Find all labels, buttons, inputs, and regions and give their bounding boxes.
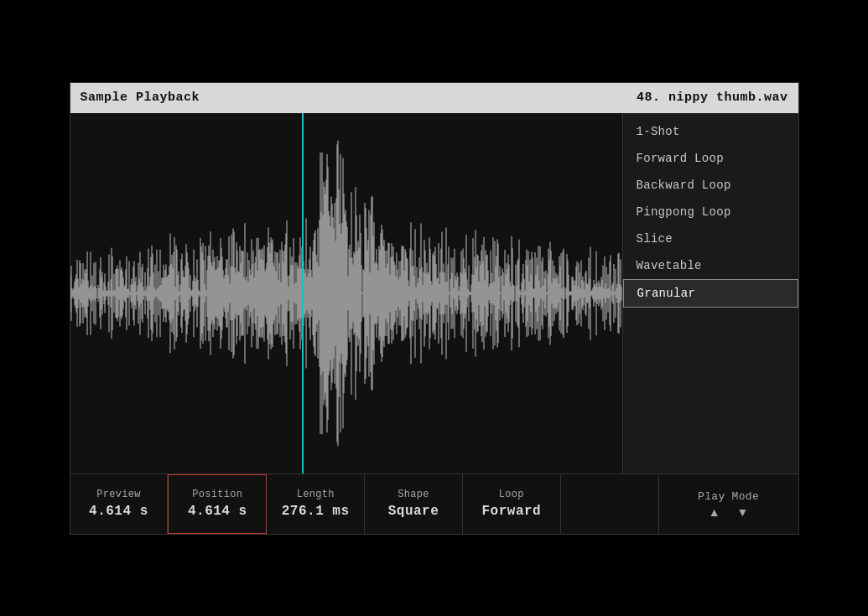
shape-value: Square [388, 504, 439, 519]
length-section: Length 276.1 ms [267, 474, 365, 534]
dropdown-item-wavetable[interactable]: Wavetable [623, 252, 798, 279]
dropdown-item-pingpong-loop[interactable]: Pingpong Loop [623, 199, 798, 225]
empty-section [561, 474, 659, 534]
play-mode-down-arrow[interactable]: ▼ [735, 506, 751, 518]
dropdown-item-slice[interactable]: Slice [623, 225, 798, 252]
length-value: 276.1 ms [282, 504, 350, 519]
content-area: 1-Shot Forward Loop Backward Loop Pingpo… [70, 113, 798, 474]
length-label: Length [297, 489, 335, 500]
position-value: 4.614 s [188, 504, 247, 519]
dropdown-item-granular[interactable]: Granular [623, 279, 798, 308]
play-mode-label: Play Mode [698, 490, 759, 503]
loop-section: Loop Forward [463, 474, 561, 534]
preview-value: 4.614 s [89, 504, 148, 519]
preview-label: Preview [96, 489, 141, 500]
file-name: 48. nippy thumb.wav [637, 91, 788, 105]
dropdown-item-forward-loop[interactable]: Forward Loop [623, 145, 798, 172]
loop-value: Forward [482, 504, 542, 519]
shape-section: Shape Square [365, 474, 463, 534]
dropdown-item-backward-loop[interactable]: Backward Loop [623, 172, 798, 199]
position-label: Position [192, 489, 242, 500]
position-section[interactable]: Position 4.614 s [168, 474, 267, 534]
title-bar: Sample Playback 48. nippy thumb.wav [70, 83, 798, 113]
waveform-canvas [70, 113, 622, 474]
footer-bar: Preview 4.614 s Position 4.614 s Length … [70, 474, 798, 534]
play-mode-up-arrow[interactable]: ▲ [707, 506, 722, 518]
shape-label: Shape [398, 489, 429, 500]
play-mode-dropdown: 1-Shot Forward Loop Backward Loop Pingpo… [622, 113, 798, 474]
playhead [302, 113, 304, 474]
main-container: Sample Playback 48. nippy thumb.wav 1-Sh… [70, 82, 799, 535]
waveform-area [70, 113, 622, 474]
loop-label: Loop [499, 489, 524, 500]
app-title: Sample Playback [81, 91, 200, 105]
dropdown-item-1shot[interactable]: 1-Shot [623, 118, 798, 145]
play-mode-section: Play Mode ▲ ▼ [659, 474, 798, 534]
preview-section: Preview 4.614 s [70, 474, 169, 534]
